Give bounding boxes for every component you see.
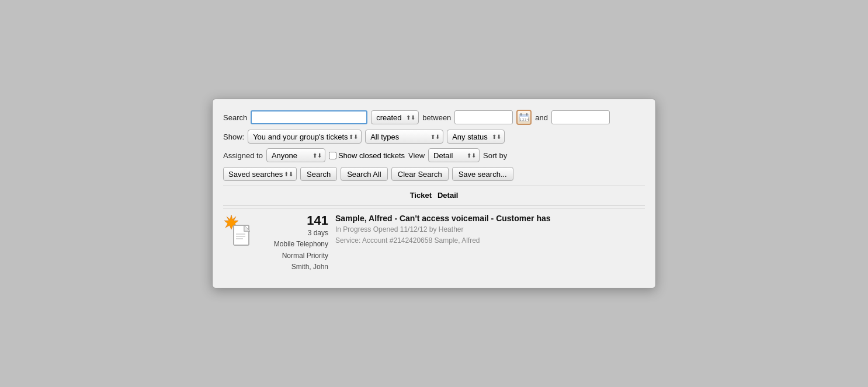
search-button[interactable]: Search [300,167,337,181]
ticket-filter-wrapper: You and your group's tickets All tickets… [248,130,362,144]
ticket-info-left: 141 3 days Mobile Telephony Normal Prior… [258,214,328,273]
type-filter-wrapper: All types Incidents Service Requests Pro… [365,130,443,144]
show-row: Show: You and your group's tickets All t… [223,130,645,144]
clear-search-button[interactable]: Clear Search [391,167,449,181]
calendar-icon: 1 2 3 4 [519,113,529,121]
created-select-wrapper: created modified closed ⬆⬇ [371,110,419,124]
view-select[interactable]: Detail Summary Compact [428,148,480,162]
saved-searches-select[interactable]: Saved searches [223,167,297,181]
results-header: Ticket Detail [223,189,645,202]
ticket-category: Mobile Telephony [258,239,328,250]
show-closed-checkbox[interactable] [329,152,336,159]
main-window: Search created modified closed ⬆⬇ betwee… [212,99,656,288]
col-detail: Detail [438,191,458,200]
ticket-title-bold: Sample, Alfred [335,214,393,223]
toolbar-row: Saved searches ⬆⬇ Search Search All Clea… [223,167,645,181]
assigned-to-label: Assigned to [223,151,263,160]
search-input[interactable] [251,110,367,124]
ticket-detail: Sample, Alfred - Can't access voicemail … [335,214,645,246]
search-all-button[interactable]: Search All [341,167,388,181]
saved-searches-wrapper: Saved searches ⬆⬇ [223,167,297,181]
show-closed-text: Show closed tickets [338,151,405,160]
search-label: Search [223,113,247,122]
svg-text:1 2 3 4: 1 2 3 4 [520,118,529,121]
and-label: and [535,113,548,122]
ticket-priority: Normal Priority [258,250,328,262]
assignee-select[interactable]: Anyone Me My Group Unassigned [266,148,325,162]
date-from-input[interactable] [454,110,513,124]
ticket-number: 141 [258,214,328,228]
ticket-age: 3 days [258,228,328,239]
show-closed-label[interactable]: Show closed tickets [329,151,405,160]
save-search-button[interactable]: Save search... [452,167,513,181]
date-to-input[interactable] [551,110,610,124]
ticket-title: Sample, Alfred - Can't access voicemail … [335,214,645,223]
document-icon [232,224,251,246]
status-filter-wrapper: Any status Open Closed In Progress Resol… [447,130,505,144]
calendar-button[interactable]: 1 2 3 4 [516,110,532,125]
svg-rect-2 [519,116,529,117]
ticket-title-rest: - Can't access voicemail - Customer has [393,214,551,223]
divider [223,186,645,186]
results-header-labels: Ticket Detail [223,191,645,200]
ticket-assignee: Smith, John [258,262,328,273]
show-label: Show: [223,133,244,141]
status-filter-select[interactable]: Any status Open Closed In Progress Resol… [447,130,505,144]
ticket-icon-container [223,214,251,246]
between-label: between [422,113,451,122]
view-label: View [408,151,425,160]
results-divider [223,205,645,206]
ticket-service-line: Service: Account #2142420658 Sample, Alf… [335,235,645,246]
assigned-row: Assigned to Anyone Me My Group Unassigne… [223,148,645,162]
ticket-status-line: In Progress Opened 11/12/12 by Heather [335,224,645,235]
assignee-wrapper: Anyone Me My Group Unassigned ⬆⬇ [266,148,325,162]
ticket-filter-select[interactable]: You and your group's tickets All tickets… [248,130,362,144]
search-row: Search created modified closed ⬆⬇ betwee… [223,110,645,125]
created-select[interactable]: created modified closed [371,110,419,124]
col-ticket: Ticket [410,191,432,200]
type-filter-select[interactable]: All types Incidents Service Requests Pro… [365,130,443,144]
sort-by-label: Sort by [483,151,507,160]
table-row[interactable]: 141 3 days Mobile Telephony Normal Prior… [223,208,645,277]
view-wrapper: Detail Summary Compact ⬆⬇ [428,148,480,162]
